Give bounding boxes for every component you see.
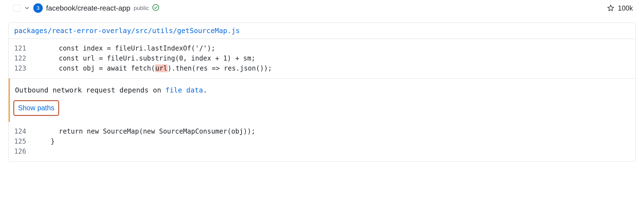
code-line: 125 } — [9, 136, 635, 146]
code-panel: packages/react-error-overlay/src/utils/g… — [8, 22, 636, 162]
code-text: } — [35, 136, 635, 146]
code-text: const obj = await fetch(url).then(res =>… — [35, 63, 635, 73]
code-line: 126 — [9, 146, 635, 156]
star-count[interactable]: 100k — [607, 4, 636, 12]
select-checkbox[interactable] — [13, 4, 21, 12]
file-path-row: packages/react-error-overlay/src/utils/g… — [9, 23, 635, 39]
line-number: 124 — [9, 126, 35, 136]
code-text — [35, 146, 635, 156]
code-line: 121 const index = fileUri.lastIndexOf('/… — [9, 43, 635, 53]
line-number: 123 — [9, 63, 35, 73]
svg-point-0 — [153, 4, 159, 11]
star-count-value: 100k — [618, 4, 633, 12]
show-paths-button[interactable]: Show paths — [13, 100, 59, 116]
repo-header: 3 facebook/create-react-app public 100k — [8, 3, 636, 13]
alert: Outbound network request depends on file… — [9, 78, 635, 122]
line-number: 125 — [9, 136, 35, 146]
verified-icon — [152, 4, 159, 12]
code-text: const index = fileUri.lastIndexOf('/'); — [35, 43, 635, 53]
code-text: return new SourceMap(new SourceMapConsum… — [35, 126, 635, 136]
highlight: url — [155, 64, 167, 72]
code-block-2: 124 return new SourceMap(new SourceMapCo… — [9, 122, 635, 161]
alert-link[interactable]: file data — [165, 86, 203, 94]
star-icon — [607, 4, 615, 12]
line-number: 122 — [9, 53, 35, 63]
alert-message: Outbound network request depends on file… — [15, 85, 630, 96]
chevron-down-icon[interactable] — [24, 5, 30, 11]
repo-name[interactable]: facebook/create-react-app — [46, 4, 130, 12]
file-path-link[interactable]: packages/react-error-overlay/src/utils/g… — [14, 27, 240, 35]
code-line: 122 const url = fileUri.substring(0, ind… — [9, 53, 635, 63]
code-text: const url = fileUri.substring(0, index +… — [35, 53, 635, 63]
count-badge: 3 — [33, 3, 43, 13]
code-line: 124 return new SourceMap(new SourceMapCo… — [9, 126, 635, 136]
line-number: 126 — [9, 146, 35, 156]
line-number: 121 — [9, 43, 35, 53]
code-line: 123 const obj = await fetch(url).then(re… — [9, 63, 635, 73]
code-block-1: 121 const index = fileUri.lastIndexOf('/… — [9, 39, 635, 78]
visibility-label: public — [134, 5, 149, 11]
